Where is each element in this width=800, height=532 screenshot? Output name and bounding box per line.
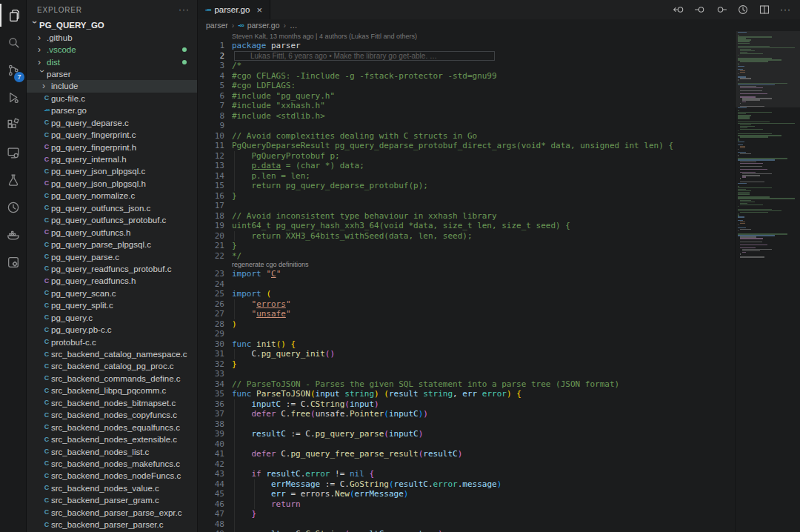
source-control-icon[interactable]: 7 xyxy=(0,56,26,84)
tree-item-src_backend_nodes_nodeFuncs.c[interactable]: Csrc_backend_nodes_nodeFuncs.c xyxy=(27,470,197,482)
tree-item-src_backend_commands_define.c[interactable]: Csrc_backend_commands_define.c xyxy=(27,373,197,385)
line-number[interactable]: 37 xyxy=(198,409,224,419)
tree-item-parser.go[interactable]: -∞parser.go xyxy=(27,104,197,116)
line-number[interactable]: 16 xyxy=(198,191,224,202)
code-line-content[interactable]: defer C.free(unsafe.Pointer(inputC)) xyxy=(232,409,735,419)
line-number[interactable]: 1 xyxy=(198,41,224,51)
line-number[interactable]: 42 xyxy=(198,459,224,470)
tree-item-pg_query_parse.c[interactable]: Cpg_query_parse.c xyxy=(27,250,197,262)
explorer-icon[interactable] xyxy=(0,1,26,29)
tab-parser-go[interactable]: -∞ parser.go × xyxy=(198,0,270,19)
docker-icon[interactable] xyxy=(0,221,26,248)
tree-item-pg_query.pb-c.c[interactable]: Cpg_query.pb-c.c xyxy=(27,324,197,336)
tree-item-pg_query.c[interactable]: Cpg_query.c xyxy=(27,312,197,324)
line-number[interactable]: 8 xyxy=(198,111,224,122)
breadcrumb-folder[interactable]: parser xyxy=(206,21,228,30)
compare-with-working-tree-icon[interactable] xyxy=(694,4,706,16)
tree-item-pg_query_deparse.c[interactable]: Cpg_query_deparse.c xyxy=(27,117,197,129)
tree-item-.vscode[interactable]: ›.vscode xyxy=(27,44,197,56)
code-line-content[interactable]: import ( xyxy=(232,289,735,299)
file-history-icon[interactable] xyxy=(737,4,749,16)
tree-item-src_backend_nodes_value.c[interactable]: Csrc_backend_nodes_value.c xyxy=(27,482,197,494)
code-line-content[interactable] xyxy=(232,439,735,450)
extensions-icon[interactable] xyxy=(0,111,26,139)
line-number[interactable]: 3 xyxy=(198,61,224,71)
code-line-content[interactable]: defer C.pg_query_free_parse_result(resul… xyxy=(232,449,735,459)
line-number[interactable]: 20 xyxy=(198,231,224,242)
code-line-content[interactable]: #cgo LDFLAGS: xyxy=(232,81,735,91)
code-line-content[interactable]: // Avoid complexities dealing with C str… xyxy=(232,131,735,142)
code-line-content[interactable] xyxy=(232,279,735,290)
code-line-content[interactable]: func ParseToJSON(input string) (result s… xyxy=(232,389,735,399)
code-line-content[interactable]: errMessage := C.GoString(resultC.error.m… xyxy=(232,479,735,490)
code-line-content[interactable]: PgQueryProtobuf p; xyxy=(232,151,735,162)
code-line-content[interactable] xyxy=(232,419,735,430)
code-line-content[interactable]: if resultC.error != nil { xyxy=(232,469,735,479)
line-number[interactable]: 7 xyxy=(198,101,224,111)
code-line-content[interactable]: result = C.GoString(resultC.parse_tree) xyxy=(232,529,735,532)
code-line-content[interactable]: return xyxy=(232,499,735,510)
tree-item-pg_query_outfuncs_protobuf.c[interactable]: Cpg_query_outfuncs_protobuf.c xyxy=(27,214,197,226)
line-number[interactable]: 25 xyxy=(198,289,224,299)
line-number[interactable]: 36 xyxy=(198,399,224,410)
code-line-content[interactable]: resultC := C.pg_query_parse(inputC) xyxy=(232,429,735,439)
tree-item-src_backend_nodes_bitmapset.c[interactable]: Csrc_backend_nodes_bitmapset.c xyxy=(27,397,197,409)
line-number[interactable]: 33 xyxy=(198,369,224,379)
code-line-content[interactable]: } xyxy=(232,509,735,519)
tree-item-src_backend_catalog_namespace.c[interactable]: Csrc_backend_catalog_namespace.c xyxy=(27,348,197,360)
code-line-content[interactable]: return XXH3_64bits_withSeed(data, len, s… xyxy=(232,231,735,242)
tree-item-parser[interactable]: ›parser xyxy=(27,68,197,80)
tree-item-pg_query_json_plpgsql.c[interactable]: Cpg_query_json_plpgsql.c xyxy=(27,165,197,177)
line-number[interactable]: 14 xyxy=(198,171,224,182)
line-number[interactable]: 13 xyxy=(198,161,224,171)
code-line-content[interactable]: PgQueryDeparseResult pg_query_deparse_pr… xyxy=(232,141,735,151)
code-line-content[interactable]: } xyxy=(232,241,735,251)
line-number[interactable]: 29 xyxy=(198,329,224,339)
line-number[interactable]: 6 xyxy=(198,91,224,102)
tree-item-guc-file.c[interactable]: Cguc-file.c xyxy=(27,93,197,104)
tree-item-pg_query_outfuncs.h[interactable]: Cpg_query_outfuncs.h xyxy=(27,226,197,238)
code-line-content[interactable] xyxy=(232,369,735,379)
line-number[interactable]: 45 xyxy=(198,489,224,499)
line-number[interactable]: 27 xyxy=(198,309,224,319)
breadcrumb-symbol[interactable]: … xyxy=(290,21,298,30)
run-and-debug-icon[interactable] xyxy=(0,84,26,111)
tree-item-pg_query_readfuncs_protobuf.c[interactable]: Cpg_query_readfuncs_protobuf.c xyxy=(27,263,197,275)
tree-item-protobuf-c.c[interactable]: Cprotobuf-c.c xyxy=(27,336,197,348)
code-line-content[interactable]: /* xyxy=(232,61,735,71)
line-number[interactable]: 23 xyxy=(198,269,224,279)
tree-item-src_backend_nodes_extensible.c[interactable]: Csrc_backend_nodes_extensible.c xyxy=(27,433,197,445)
minimap[interactable] xyxy=(735,31,800,532)
tree-item-pg_query_internal.h[interactable]: Cpg_query_internal.h xyxy=(27,153,197,165)
line-number[interactable]: 44 xyxy=(198,479,224,490)
code-line-content[interactable] xyxy=(232,519,735,530)
code-line-content[interactable]: p.data = (char *) data; xyxy=(232,161,735,171)
line-number[interactable]: 19 xyxy=(198,221,224,231)
tree-item-src_backend_parser_parse_expr.c[interactable]: Csrc_backend_parser_parse_expr.c xyxy=(27,507,197,519)
code-line-content[interactable]: */ xyxy=(232,251,735,262)
tree-item-pg_query_json_plpgsql.h[interactable]: Cpg_query_json_plpgsql.h xyxy=(27,178,197,190)
split-editor-icon[interactable] xyxy=(759,4,770,16)
line-number[interactable]: 21 xyxy=(198,241,224,251)
tree-item-pg_query_readfuncs.h[interactable]: Cpg_query_readfuncs.h xyxy=(27,275,197,287)
line-number[interactable]: 2 xyxy=(198,51,224,61)
line-number[interactable]: 46 xyxy=(198,499,224,510)
line-number[interactable]: 31 xyxy=(198,349,224,359)
code-line-content[interactable]: } xyxy=(232,359,735,370)
tree-item-pg_query_outfuncs_json.c[interactable]: Cpg_query_outfuncs_json.c xyxy=(27,202,197,214)
code-line-content[interactable]: #include "xxhash.h" xyxy=(232,101,735,111)
line-number[interactable]: 48 xyxy=(198,519,224,530)
code-line-content[interactable] xyxy=(232,201,735,211)
breadcrumb-file[interactable]: parser.go xyxy=(247,21,280,30)
line-number[interactable]: 32 xyxy=(198,359,224,370)
search-icon[interactable] xyxy=(0,29,26,56)
code-line-content[interactable] xyxy=(232,329,735,339)
code-line-content[interactable]: package parser xyxy=(232,41,735,51)
code-line-content[interactable]: #include <stdlib.h> xyxy=(232,111,735,122)
tree-item-src_backend_nodes_makefuncs.c[interactable]: Csrc_backend_nodes_makefuncs.c xyxy=(27,458,197,470)
line-number[interactable]: 34 xyxy=(198,379,224,390)
line-number[interactable]: 9 xyxy=(198,121,224,131)
tree-item-src_backend_nodes_equalfuncs.c[interactable]: Csrc_backend_nodes_equalfuncs.c xyxy=(27,421,197,433)
code-line-content[interactable]: // Avoid inconsistent type behaviour in … xyxy=(232,211,735,222)
compare-with-previous-icon[interactable] xyxy=(673,4,684,16)
